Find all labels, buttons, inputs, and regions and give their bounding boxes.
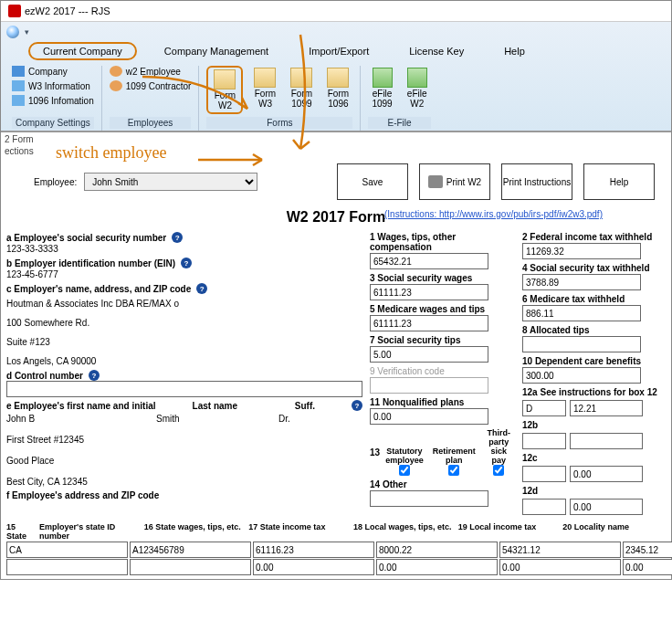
help-icon[interactable]: ? bbox=[172, 232, 183, 243]
input-3[interactable] bbox=[370, 284, 488, 300]
state-2-code[interactable] bbox=[6, 559, 128, 575]
label-e: e Employee's first name and initial bbox=[6, 401, 156, 411]
control-number-input[interactable] bbox=[6, 381, 362, 397]
label-f: f Employee's address and ZIP code bbox=[6, 490, 159, 500]
input-5[interactable] bbox=[370, 315, 488, 331]
label-14: 14 Other bbox=[370, 479, 407, 489]
label-5: 5 Medicare wages and tips bbox=[370, 304, 485, 314]
state-2-wages[interactable] bbox=[253, 559, 374, 575]
state-1-id[interactable] bbox=[130, 542, 251, 558]
state-2-id[interactable] bbox=[130, 559, 251, 575]
w2-form: W2 2017 Form (Instructions: http://www.i… bbox=[1, 205, 671, 579]
head-15: 15 State bbox=[6, 522, 37, 541]
label-12d: 12d bbox=[522, 486, 538, 496]
value-ein: 123-45-6777 bbox=[6, 268, 362, 280]
input-2[interactable] bbox=[522, 243, 641, 259]
chk-sickpay[interactable] bbox=[493, 465, 504, 476]
state-2-local-tax[interactable] bbox=[623, 559, 672, 575]
input-12d-val[interactable] bbox=[570, 499, 643, 515]
ribbon-efile-w2[interactable]: eFileW2 bbox=[404, 66, 431, 114]
label-d: d Control number bbox=[6, 371, 83, 381]
head-15b: Employer's state ID number bbox=[39, 522, 142, 541]
input-4[interactable] bbox=[522, 274, 641, 290]
input-6[interactable] bbox=[522, 305, 641, 321]
head-16: 16 State wages, tips, etc. bbox=[144, 522, 247, 541]
employee-label: Employee: bbox=[34, 177, 77, 187]
input-9 bbox=[370, 377, 488, 394]
ribbon-group-efile: eFile1099 eFileW2 E-File bbox=[361, 66, 437, 131]
instructions-link[interactable]: (Instructions: http://www.irs.gov/pub/ir… bbox=[384, 209, 603, 219]
input-8[interactable] bbox=[522, 336, 641, 352]
label-9: 9 Verification code bbox=[370, 366, 445, 376]
state-1-local-wages[interactable] bbox=[499, 542, 621, 558]
help-button[interactable]: Help bbox=[583, 163, 655, 200]
emp-suffix: Dr. bbox=[278, 413, 290, 425]
app-icon bbox=[8, 5, 21, 17]
label-b: b Employer identification number (EIN) bbox=[6, 258, 175, 268]
employer-name: Houtman & Associates Inc DBA RE/MAX o bbox=[6, 298, 362, 310]
state-2-local-wages[interactable] bbox=[499, 559, 621, 575]
state-row-1 bbox=[6, 542, 666, 558]
help-icon[interactable]: ? bbox=[196, 283, 207, 294]
ribbon-company[interactable]: Company bbox=[12, 66, 94, 77]
input-7[interactable] bbox=[370, 346, 488, 363]
save-button[interactable]: Save bbox=[337, 163, 408, 200]
label-12c: 12c bbox=[522, 453, 538, 463]
ribbon-1096-info[interactable]: 1096 Infomation bbox=[12, 95, 94, 106]
state-table: 15 State Employer's state ID number 16 S… bbox=[6, 522, 666, 575]
employer-city: Los Angels, CA 90000 bbox=[6, 355, 362, 367]
state-row-2 bbox=[6, 559, 666, 575]
input-12b-val[interactable] bbox=[570, 433, 643, 449]
help-icon[interactable]: ? bbox=[352, 400, 362, 411]
input-12c-val[interactable] bbox=[570, 466, 643, 482]
app-menu-orb[interactable] bbox=[6, 26, 19, 38]
label-c: c Employer's name, address, and ZIP code bbox=[6, 284, 191, 294]
state-1-wages[interactable] bbox=[253, 542, 374, 558]
emp-city: Best City, CA 12345 bbox=[6, 476, 362, 488]
state-2-tax[interactable] bbox=[376, 559, 498, 575]
label-1: 1 Wages, tips, other compensation bbox=[370, 232, 513, 252]
label-11: 11 Nonqualified plans bbox=[370, 397, 464, 407]
input-10[interactable] bbox=[522, 367, 641, 384]
quick-dropdown[interactable]: ▾ bbox=[25, 27, 29, 37]
input-12a-val[interactable] bbox=[570, 400, 643, 416]
input-1[interactable] bbox=[370, 253, 488, 269]
ribbon-w3-info[interactable]: W3 Information bbox=[12, 80, 94, 91]
label-12a: 12a See instructions for box 12 bbox=[522, 387, 657, 397]
printer-icon bbox=[428, 175, 443, 188]
state-1-tax[interactable] bbox=[376, 542, 498, 558]
print-instructions-button[interactable]: Print Instructions bbox=[501, 163, 572, 200]
employee-select[interactable]: John Smith bbox=[84, 173, 257, 191]
ribbon-efile-1099[interactable]: eFile1099 bbox=[368, 66, 395, 114]
state-1-code[interactable] bbox=[6, 542, 128, 558]
input-12c-code[interactable] bbox=[522, 466, 566, 482]
input-11[interactable] bbox=[370, 408, 488, 425]
emp-firstname: John B bbox=[6, 413, 143, 425]
window-title: ezW2 2017 --- RJS bbox=[25, 5, 110, 16]
annotation-arrow-3 bbox=[196, 149, 278, 171]
menu-license-key[interactable]: License Key bbox=[396, 42, 477, 60]
annotation-text: switch employee bbox=[56, 143, 166, 163]
state-1-local-tax[interactable] bbox=[623, 542, 672, 558]
help-icon[interactable]: ? bbox=[181, 258, 192, 268]
label-3: 3 Social security wages bbox=[370, 273, 472, 283]
help-icon[interactable]: ? bbox=[89, 370, 100, 381]
head-18: 18 Local wages, tips, etc. bbox=[353, 522, 457, 541]
label-4: 4 Social security tax withheld bbox=[522, 263, 650, 273]
print-w2-button[interactable]: Print W2 bbox=[419, 163, 490, 200]
label-8: 8 Allocated tips bbox=[522, 325, 590, 335]
menu-help[interactable]: Help bbox=[491, 42, 538, 60]
menu-current-company[interactable]: Current Company bbox=[28, 42, 137, 60]
chk-statutory[interactable] bbox=[399, 465, 410, 476]
input-12a-code[interactable] bbox=[522, 400, 566, 416]
input-14[interactable] bbox=[370, 490, 488, 507]
ribbon-caption-company: Company Settings bbox=[12, 117, 94, 129]
emp-street: First Street #12345 bbox=[6, 434, 362, 446]
input-12d-code[interactable] bbox=[522, 499, 566, 515]
titlebar: ezW2 2017 --- RJS bbox=[1, 1, 671, 22]
head-20: 20 Locality name bbox=[562, 522, 666, 541]
input-12b-code[interactable] bbox=[522, 433, 566, 449]
label-7: 7 Social security tips bbox=[370, 335, 461, 345]
chk-retirement[interactable] bbox=[448, 465, 459, 476]
label-13: 13 bbox=[370, 447, 380, 457]
